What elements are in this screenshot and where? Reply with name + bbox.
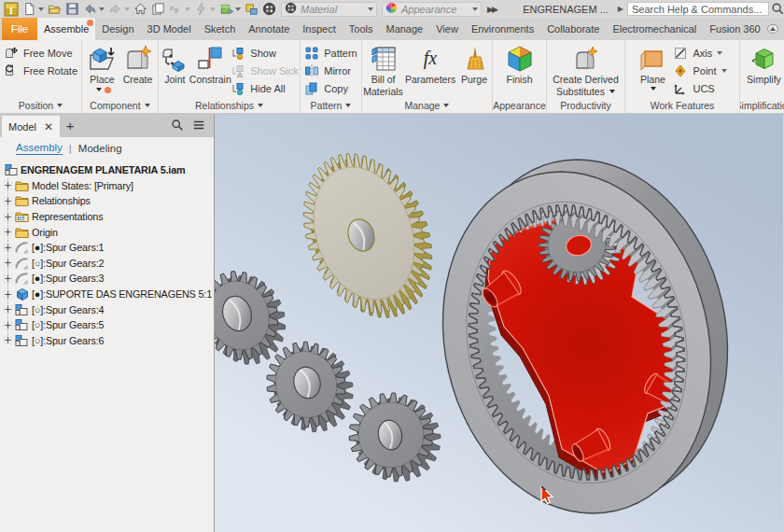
tab-tools[interactable]: Tools [343,18,380,40]
mirror-button[interactable]: Mirror [304,63,357,79]
redo-button[interactable] [108,2,130,16]
appearance-dropdown[interactable]: Appearance [382,2,482,17]
tab-sketch[interactable]: Sketch [198,18,243,40]
panel-label-work-features[interactable]: Work Features [625,97,739,113]
tree-item-spur-gears-3[interactable]: [●]:Spur Gears:3 [0,271,214,287]
simplify-button[interactable]: Simplify [745,43,783,86]
switch-pages-icon [151,2,165,16]
panel-label-position[interactable]: Position [0,97,81,113]
browser-search-icon[interactable] [171,119,184,133]
toggle-assembly[interactable]: Assembly [16,142,63,155]
create-button[interactable]: Create [121,43,155,86]
free-move-button[interactable]: Free Move [4,45,77,62]
free-rotate-button[interactable]: Free Rotate [4,63,77,79]
material-box-button[interactable] [219,2,241,16]
tree-item-spur-gears-5[interactable]: [○]:Spur Gears:5 [0,317,214,333]
open-folder-button[interactable] [48,2,62,16]
expander-icon[interactable] [4,213,12,221]
bill-of-materials-button[interactable]: Bill ofMaterials [363,43,403,97]
tree-item-spur-gears-1[interactable]: [●]:Spur Gears:1 [0,240,214,256]
panel-label-pattern[interactable]: Pattern [301,97,361,113]
tab-fusion-360[interactable]: Fusion 360 [703,18,766,40]
material-sphere-button[interactable] [262,2,276,16]
browser-tab-model[interactable]: Model ✕ [2,116,60,137]
new-file-button[interactable] [22,2,44,16]
tree-item-model-states-primary[interactable]: Model States: [Primary] [0,178,214,194]
expander-icon[interactable] [4,259,12,267]
point-button[interactable]: Point [673,63,726,79]
axis-button[interactable]: Axis [673,45,726,62]
plane-button[interactable]: Plane [636,43,669,91]
tab-manage[interactable]: Manage [379,18,429,40]
tree-item-spur-gears-2[interactable]: [○]:Spur Gears:2 [0,256,214,272]
panel-manage: Bill ofMaterialsfxParametersPurge Manage [361,40,492,113]
expander-icon[interactable] [4,290,12,299]
tab-view[interactable]: View [429,18,465,40]
tab-environments[interactable]: Environments [465,18,540,40]
expander-icon[interactable] [4,321,12,329]
create-derived-substitutes-button[interactable]: Create DerivedSubstitutes [549,43,623,97]
clamp-button[interactable] [245,2,259,16]
viewport-3d[interactable] [215,114,784,532]
inventor-logo-button[interactable]: I [4,2,19,17]
expander-icon[interactable] [4,336,12,344]
tree-item-suporte-das-engrenagens-5-1[interactable]: [●]:SUPORTE DAS ENGRENAGENS 5:1 [0,287,214,302]
pattern-button[interactable]: Pattern [304,45,357,62]
expander-icon[interactable] [4,181,12,189]
search-input[interactable]: Search Help & Commands... [627,2,769,16]
show-sick-button[interactable]: Show Sick [231,63,298,79]
joint-button[interactable]: Joint [159,43,191,86]
expander-icon[interactable] [4,197,12,205]
add-browser-tab-button[interactable]: + [60,114,80,137]
ribbon-collapse-button[interactable] [767,24,778,34]
material-dropdown[interactable]: Material [281,2,377,17]
tab-3d-model[interactable]: 3D Model [141,18,198,40]
ucs-button[interactable]: UCS [673,80,726,97]
cube-icon [15,287,29,301]
expander-icon[interactable] [4,274,12,283]
expander-icon[interactable] [4,305,12,314]
tree-item-engrenagem-planetaria-5-iam[interactable]: ENGRENAGEM PLANETARIA 5.iam [0,162,214,178]
undo-button[interactable] [83,2,105,16]
tab-collaborate[interactable]: Collaborate [540,18,606,40]
tab-file[interactable]: File [2,18,37,40]
tab-design[interactable]: Design [95,18,140,40]
tab-annotate[interactable]: Annotate [242,18,296,40]
tree-item-spur-gears-6[interactable]: [○]:Spur Gears:6 [0,333,214,349]
tab-electromechanical[interactable]: Electromechanical [606,18,703,40]
toggle-modeling[interactable]: Modeling [78,143,122,154]
hide-all-button[interactable]: Hide All [231,80,298,97]
panel-label-relationships[interactable]: Relationships [159,97,300,113]
link-button[interactable] [169,2,190,16]
tree-item-representations[interactable]: Representations [0,209,214,225]
switch-pages-button[interactable] [151,2,165,16]
tab-assemble[interactable]: Assemble [37,18,95,40]
tree-item-origin[interactable]: Origin [0,224,214,240]
tree-item-spur-gears-4[interactable]: [○]:Spur Gears:4 [0,301,214,317]
show-button[interactable]: Show [231,45,298,62]
tab-inspect[interactable]: Inspect [296,18,342,40]
bolt-button[interactable] [194,2,216,16]
purge-button[interactable]: Purge [457,43,491,86]
tree-item-relationships[interactable]: Relationships [0,193,214,209]
place-button[interactable]: Place [86,43,119,93]
copy-button[interactable]: Copy [304,80,357,97]
hide-all-icon [231,81,245,96]
expander-icon[interactable] [4,244,12,252]
constrain-button[interactable]: Constrain [193,43,227,86]
toolbar-expand-chevrons[interactable]: ▶▶ [487,5,497,14]
panel-label-appearance[interactable]: Appearance [493,97,546,113]
close-icon[interactable]: ✕ [44,120,53,133]
save-button[interactable] [65,2,79,16]
mirror-icon [304,63,319,78]
panel-label-simplification[interactable]: Simplification [740,97,784,113]
search-icon[interactable] [771,2,784,17]
parameters-button[interactable]: fxParameters [405,43,455,86]
panel-label-productivity[interactable]: Productivity [547,97,624,113]
expander-icon[interactable] [4,228,12,236]
panel-label-component[interactable]: Component [82,97,158,113]
finish-button[interactable]: Finish [503,43,537,86]
panel-label-manage[interactable]: Manage [362,97,492,113]
home-button[interactable] [133,2,147,16]
browser-menu-icon[interactable] [192,119,205,133]
